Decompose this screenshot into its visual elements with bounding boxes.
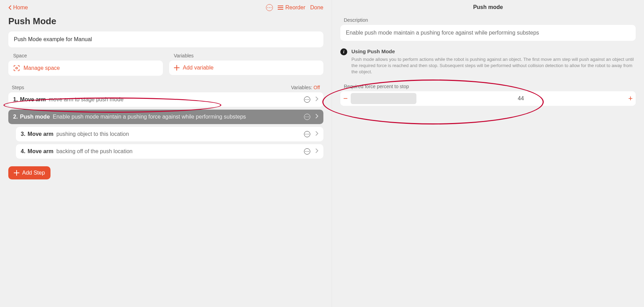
step-more-button[interactable] (304, 114, 310, 120)
step-more-button[interactable] (304, 131, 310, 137)
info-block: i Using Push Mode Push mode allows you t… (340, 48, 636, 75)
step-title: Move arm (20, 96, 46, 102)
info-body: Push mode allows you to perform actions … (351, 56, 636, 75)
home-label: Home (13, 4, 28, 11)
page-title: Push Mode (8, 16, 323, 27)
chevron-right-icon[interactable] (315, 96, 319, 103)
chevron-left-icon (8, 5, 12, 10)
done-button[interactable]: Done (310, 4, 323, 11)
step-more-button[interactable] (304, 96, 310, 103)
add-step-button[interactable]: Add Step (8, 166, 50, 179)
add-variable-button[interactable]: Add variable (169, 61, 324, 75)
chevron-right-icon[interactable] (315, 114, 319, 120)
step-row[interactable]: 2. Push mode Enable push mode maintain a… (8, 110, 323, 124)
top-actions: Reorder Done (266, 4, 323, 11)
manage-space-button[interactable]: Manage space (8, 61, 163, 76)
topbar: Home Reorder Done (8, 3, 323, 12)
reorder-label: Reorder (285, 4, 305, 11)
step-text: 2. Push mode Enable push mode maintain a… (13, 114, 301, 120)
force-slider-track[interactable] (351, 93, 416, 104)
steps-label: Steps (12, 85, 24, 90)
step-text: 3. Move arm pushing object to this locat… (21, 131, 301, 137)
step-actions (304, 114, 319, 120)
variables-value: Off (314, 85, 320, 90)
step-actions (304, 148, 319, 155)
step-text: 1. Move arm move arm to stage push mode (13, 96, 301, 103)
description-input[interactable] (340, 25, 636, 41)
step-row[interactable]: 1. Move arm move arm to stage push mode (8, 92, 323, 107)
variables-label: Variables (169, 53, 324, 58)
chevron-right-icon[interactable] (315, 148, 319, 155)
info-icon: i (340, 48, 347, 55)
right-pane-title: Push mode (340, 4, 636, 10)
steps-header: Steps Variables: Off (8, 85, 323, 90)
step-desc: pushing object to this location (56, 131, 129, 137)
step-number: 4. (21, 148, 25, 154)
step-row[interactable]: 4. Move arm backing off of the push loca… (16, 144, 323, 159)
step-desc: Enable push mode maintain a pushing forc… (53, 114, 246, 120)
force-value[interactable]: 44 (416, 91, 625, 106)
svg-point-0 (16, 67, 18, 69)
routine-editor-pane: Home Reorder Done Push Mode Space (0, 0, 332, 307)
reorder-icon (278, 6, 283, 10)
more-menu-button[interactable] (266, 4, 273, 11)
space-icon (13, 65, 20, 72)
step-title: Move arm (28, 131, 54, 137)
step-text: 4. Move arm backing off of the push loca… (21, 148, 301, 155)
space-label: Space (8, 53, 163, 58)
add-variable-label: Add variable (183, 65, 214, 71)
step-desc: move arm to stage push mode (49, 96, 123, 102)
steps-list: 1. Move arm move arm to stage push mode2… (8, 92, 323, 159)
step-details-pane: Push mode Description i Using Push Mode … (332, 0, 644, 307)
add-step-label: Add Step (22, 170, 45, 176)
home-link[interactable]: Home (8, 4, 28, 11)
step-number: 1. (13, 96, 18, 102)
manage-space-label: Manage space (24, 65, 60, 71)
plus-icon (174, 65, 180, 71)
description-label: Description (340, 17, 636, 23)
step-desc: backing off of the push location (56, 148, 132, 154)
info-title: Using Push Mode (351, 48, 636, 54)
plus-icon (14, 170, 19, 176)
step-title: Push mode (20, 114, 50, 120)
chevron-right-icon[interactable] (315, 131, 319, 137)
force-plus-button[interactable]: + (625, 91, 636, 106)
step-number: 3. (21, 131, 25, 137)
step-more-button[interactable] (304, 148, 310, 155)
variables-prefix: Variables: (291, 85, 312, 90)
routine-title-input[interactable] (8, 31, 323, 47)
step-row[interactable]: 3. Move arm pushing object to this locat… (16, 127, 323, 141)
force-minus-button[interactable]: − (340, 91, 351, 106)
variables-toggle[interactable]: Variables: Off (291, 85, 320, 90)
force-label: Required force percent to stop (340, 84, 636, 89)
step-title: Move arm (28, 148, 54, 154)
step-number: 2. (13, 114, 18, 120)
reorder-button[interactable]: Reorder (278, 4, 305, 11)
step-actions (304, 96, 319, 103)
force-stepper[interactable]: − 44 + (340, 91, 636, 106)
step-actions (304, 131, 319, 137)
done-label: Done (310, 4, 323, 11)
